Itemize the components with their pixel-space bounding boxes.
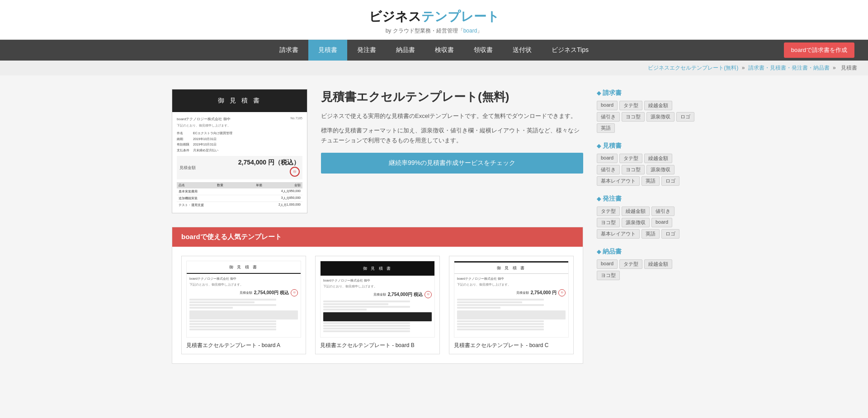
card-c-amount: 2,754,000 円 xyxy=(531,290,557,296)
nav-item-tips[interactable]: ビジネスTips xyxy=(542,40,599,61)
card-a-amount: 2,754,000円 税込 xyxy=(254,290,289,296)
tag-nebiki-orders[interactable]: 値引き xyxy=(651,207,675,216)
breadcrumb-current: 見積書 xyxy=(841,65,857,71)
sidebar: 請求書 board タテ型 繰越金額 値引き ヨコ型 源泉徴収 ロゴ 英語 見積… xyxy=(597,89,696,373)
hero-amount: 2,754,000 円（税込） xyxy=(238,159,300,167)
hero-text: 見積書エクセルテンプレート(無料) ビジネスで使える実用的な見積書のExcelテ… xyxy=(321,89,583,174)
template-card-c[interactable]: 御 見 積 書 boardテクノロジー株式会社 御中 下記のとおり、御見積申し上… xyxy=(449,256,574,354)
site-header: ビジネステンプレート by クラウド型業務・経営管理「board」 xyxy=(0,0,868,40)
sidebar-estimates-tags: board タテ型 繰越金額 値引き ヨコ型 源泉徴収 基本レイアウト 英語 ロ… xyxy=(597,154,696,186)
sidebar-delivery-tags: board タテ型 繰越金額 ヨコ型 xyxy=(597,259,696,280)
card-b-doc-label: 御 見 積 書 xyxy=(321,261,434,276)
card-a-doc-label: 御 見 積 書 xyxy=(187,261,301,274)
tag-board-estimates[interactable]: board xyxy=(597,154,618,163)
tag-board-invoices[interactable]: board xyxy=(597,101,618,110)
main-nav: 請求書 見積書 発注書 納品書 検収書 領収書 送付状 ビジネスTips boa… xyxy=(0,40,868,61)
template-card-c-image: 御 見 積 書 boardテクノロジー株式会社 御中 下記のとおり、御見積申し上… xyxy=(454,261,569,338)
tag-logo-estimates[interactable]: ロゴ xyxy=(661,176,679,186)
tag-kurikoshi-estimates[interactable]: 繰越金額 xyxy=(644,154,672,163)
card-c-title: 見積書エクセルテンプレート - board C xyxy=(454,341,569,349)
tag-english-estimates[interactable]: 英語 xyxy=(642,176,660,186)
hero-desc2: 標準的な見積書フォーマットに加え、源泉徴収・値引き欄・縦横レイアウト・英語など、… xyxy=(321,126,583,146)
sidebar-section-estimates: 見積書 board タテ型 繰越金額 値引き ヨコ型 源泉徴収 基本レイアウト … xyxy=(597,142,696,186)
tag-yoko-invoices[interactable]: ヨコ型 xyxy=(622,112,645,122)
tag-kurikoshi-delivery[interactable]: 繰越金額 xyxy=(644,259,672,269)
nav-item-cover[interactable]: 送付状 xyxy=(503,40,542,61)
tag-tate-delivery[interactable]: タテ型 xyxy=(619,259,642,269)
breadcrumb-link-1[interactable]: ビジネスエクセルテンプレート(無料) xyxy=(648,65,738,71)
hero-doc-title: 御 見 積 書 xyxy=(218,97,261,105)
sidebar-orders-tags: タテ型 繰越金額 値引き ヨコ型 源泉徴収 board 基本レイアウト 英語 ロ… xyxy=(597,207,696,239)
site-title: ビジネステンプレート xyxy=(0,8,868,25)
board-link[interactable]: board xyxy=(463,28,477,34)
hero-title: 見積書エクセルテンプレート(無料) xyxy=(321,89,583,105)
sidebar-section-orders: 発注書 タテ型 繰越金額 値引き ヨコ型 源泉徴収 board 基本レイアウト … xyxy=(597,195,696,239)
nav-item-delivery[interactable]: 納品書 xyxy=(386,40,425,61)
hero-cta-button[interactable]: 継続率99%の見積書作成サービスをチェック xyxy=(321,153,583,174)
tag-gensen-estimates[interactable]: 源泉徴収 xyxy=(646,165,675,174)
template-card-a[interactable]: 御 見 積 書 boardテクノロジー株式会社 御中 下記のとおり、御見積申し上… xyxy=(181,256,306,354)
sidebar-estimates-title: 見積書 xyxy=(597,142,696,150)
tag-logo-orders[interactable]: ロゴ xyxy=(661,229,679,239)
tag-logo-invoices[interactable]: ロゴ xyxy=(676,112,694,122)
tag-nebiki-invoices[interactable]: 値引き xyxy=(597,112,620,122)
hero-desc1: ビジネスで使える実用的な見積書のExcelテンプレートです。全て無料でダウンロー… xyxy=(321,111,583,121)
content-area: 御 見 積 書 boardテクノロジー株式会社 御中 No.7185 下記のとお… xyxy=(172,89,583,373)
tag-kihon-orders[interactable]: 基本レイアウト xyxy=(597,229,640,239)
tag-yoko-estimates[interactable]: ヨコ型 xyxy=(622,165,645,174)
tag-english-orders[interactable]: 英語 xyxy=(642,229,660,239)
title-black: ビジネス xyxy=(369,9,421,23)
tag-gensen-invoices[interactable]: 源泉徴収 xyxy=(646,112,675,122)
template-card-a-image: 御 見 積 書 boardテクノロジー株式会社 御中 下記のとおり、御見積申し上… xyxy=(186,261,301,338)
sidebar-section-invoices: 請求書 board タテ型 繰越金額 値引き ヨコ型 源泉徴収 ロゴ 英語 xyxy=(597,89,696,133)
nav-item-orders[interactable]: 発注書 xyxy=(347,40,386,61)
tag-tate-invoices[interactable]: タテ型 xyxy=(619,101,642,110)
nav-cta-button[interactable]: boardで請求書を作成 xyxy=(784,42,854,58)
nav-item-invoices[interactable]: 請求書 xyxy=(269,40,308,61)
hero-document-preview: 御 見 積 書 boardテクノロジー株式会社 御中 No.7185 下記のとお… xyxy=(172,89,307,213)
card-a-title: 見積書エクセルテンプレート - board A xyxy=(186,341,301,349)
title-blue: テンプレート xyxy=(421,9,500,23)
tag-kihon-estimates[interactable]: 基本レイアウト xyxy=(597,176,640,186)
breadcrumb: ビジネスエクセルテンプレート(無料) » 請求書・見積書・発注書・納品書 » 見… xyxy=(0,61,868,75)
tag-yoko-delivery[interactable]: ヨコ型 xyxy=(597,271,620,280)
tag-board-delivery[interactable]: board xyxy=(597,259,618,269)
tag-tate-orders[interactable]: タテ型 xyxy=(597,207,620,216)
card-b-amount: 2,754,000円 税込 xyxy=(388,291,423,298)
tag-kurikoshi-orders[interactable]: 繰越金額 xyxy=(622,207,650,216)
tag-kurikoshi-invoices[interactable]: 繰越金額 xyxy=(644,101,672,110)
sidebar-delivery-title: 納品書 xyxy=(597,248,696,256)
template-card-b-image: 御 見 積 書 boardテクノロジー株式会社 御中 下記のとおり、御見積申し上… xyxy=(320,261,435,338)
sidebar-invoices-tags: board タテ型 繰越金額 値引き ヨコ型 源泉徴収 ロゴ 英語 xyxy=(597,101,696,133)
tag-gensen-orders[interactable]: 源泉徴収 xyxy=(622,218,650,227)
sidebar-invoices-title: 請求書 xyxy=(597,89,696,97)
nav-item-acceptance[interactable]: 検収書 xyxy=(425,40,464,61)
tag-english-invoices[interactable]: 英語 xyxy=(597,123,615,133)
tag-board-orders[interactable]: board xyxy=(651,218,672,227)
popular-grid: 御 見 積 書 boardテクノロジー株式会社 御中 下記のとおり、御見積申し上… xyxy=(172,247,583,363)
site-subtitle: by クラウド型業務・経営管理「board」 xyxy=(0,27,868,35)
sidebar-section-delivery: 納品書 board タテ型 繰越金額 ヨコ型 xyxy=(597,248,696,280)
breadcrumb-separator-2: » xyxy=(833,65,837,71)
card-b-title: 見積書エクセルテンプレート - board B xyxy=(320,341,435,349)
tag-yoko-orders[interactable]: ヨコ型 xyxy=(597,218,620,227)
hero-section: 御 見 積 書 boardテクノロジー株式会社 御中 No.7185 下記のとお… xyxy=(172,89,583,213)
sidebar-orders-title: 発注書 xyxy=(597,195,696,203)
popular-header: boardで使える人気テンプレート xyxy=(172,227,583,247)
template-card-b[interactable]: 御 見 積 書 boardテクノロジー株式会社 御中 下記のとおり、御見積申し上… xyxy=(315,256,440,354)
breadcrumb-separator-1: » xyxy=(742,65,746,71)
nav-item-receipt[interactable]: 領収書 xyxy=(464,40,503,61)
card-c-doc-label: 御 見 積 書 xyxy=(454,261,568,274)
breadcrumb-link-2[interactable]: 請求書・見積書・発注書・納品書 xyxy=(748,65,830,71)
tag-tate-estimates[interactable]: タテ型 xyxy=(619,154,642,163)
popular-section: boardで使える人気テンプレート 御 見 積 書 boardテクノロジー株式会… xyxy=(172,227,583,364)
tag-nebiki-estimates[interactable]: 値引き xyxy=(597,165,620,174)
nav-item-estimates[interactable]: 見積書 xyxy=(308,40,347,61)
